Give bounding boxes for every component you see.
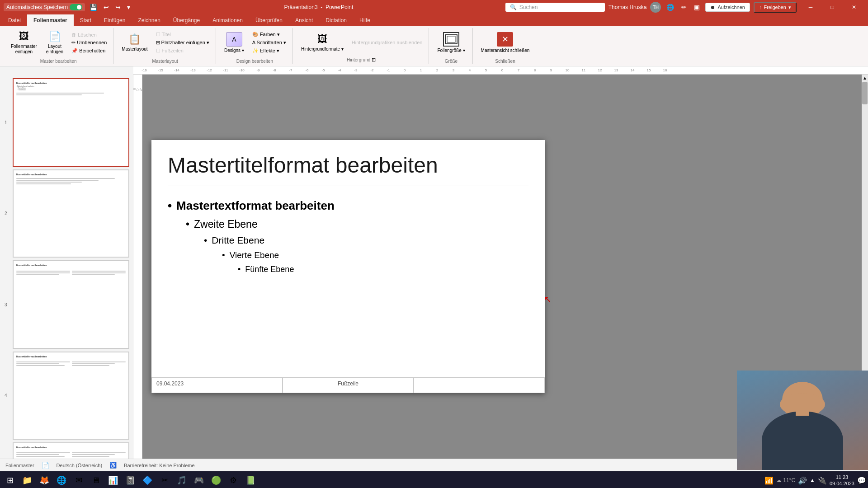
- umbenennen-button[interactable]: ✏ Umbenennen: [69, 39, 109, 47]
- titel-button[interactable]: ☐ Titel: [153, 31, 212, 38]
- taskbar-network-icon[interactable]: 📶: [764, 476, 774, 485]
- windows-start-button[interactable]: ⊞: [2, 472, 18, 488]
- bullet-2[interactable]: • Zweite Ebene: [186, 218, 528, 230]
- aufzeichnen-button[interactable]: ⏺ Aufzeichnen: [705, 3, 750, 12]
- footer-center[interactable]: Fußzeile: [283, 377, 414, 393]
- bullet-4[interactable]: • Vierte Ebene: [222, 250, 528, 260]
- tab-datei[interactable]: Datei: [2, 14, 27, 26]
- taskbar-app-settings[interactable]: ⚙: [225, 472, 241, 488]
- platzhalter-button[interactable]: ⊞ Platzhalter einfügen ▾: [153, 39, 212, 47]
- hintergrundformate-button[interactable]: 🖼 Hintergrundformate ▾: [297, 32, 347, 54]
- tab-einfuegen[interactable]: Einfügen: [98, 14, 132, 26]
- hintergrund-expand-icon[interactable]: ⊡: [372, 57, 376, 63]
- pen-icon[interactable]: ✏: [679, 3, 689, 12]
- minimize-button[interactable]: ─: [800, 0, 821, 14]
- bullet-text-1[interactable]: Mastertextformat bearbeiten: [176, 199, 335, 213]
- designs-icon: A: [226, 32, 242, 47]
- slide-thumb-1[interactable]: 1 Mastertitelformat bearbeiten • Mastert…: [13, 78, 129, 167]
- taskbar-app-scissors[interactable]: ✂: [156, 472, 173, 488]
- ribbon-content: 🖼 Folienmastereinfügen 📄 Layouteinfügen …: [0, 26, 868, 66]
- slide-title-area[interactable]: Mastertitelformat bearbeiten: [168, 154, 528, 186]
- taskbar-usb-icon[interactable]: 🔌: [818, 476, 827, 485]
- slide-panel: 1 Mastertitelformat bearbeiten • Mastert…: [0, 75, 133, 459]
- taskbar-notification-icon[interactable]: 💬: [857, 476, 866, 485]
- bullet-5[interactable]: • Fünfte Ebene: [238, 265, 528, 274]
- footer-date[interactable]: 09.04.2023: [151, 377, 283, 393]
- layout-einfuegen-button[interactable]: 📄 Layouteinfügen: [42, 29, 67, 56]
- taskbar-app-green[interactable]: 🟢: [208, 472, 224, 488]
- taskbar-app-outlook[interactable]: ✉: [71, 472, 87, 488]
- slide-content[interactable]: • Mastertextformat bearbeiten • Zweite E…: [168, 194, 528, 283]
- taskbar-app-audio[interactable]: 🎵: [174, 472, 190, 488]
- bullet-3[interactable]: • Dritte Ebene: [204, 235, 528, 246]
- taskbar-app-explorer[interactable]: 📁: [19, 472, 35, 488]
- slide-title[interactable]: Mastertitelformat bearbeiten: [168, 154, 528, 178]
- redo-icon[interactable]: ↪: [113, 3, 123, 12]
- tab-start[interactable]: Start: [74, 14, 98, 26]
- more-icon[interactable]: ▾: [125, 3, 132, 12]
- accessibility-label: Barrierefreiheit: Keine Probleme: [124, 463, 195, 468]
- slide-footer: 09.04.2023 Fußzeile: [151, 377, 545, 393]
- tab-animationen[interactable]: Animationen: [206, 14, 249, 26]
- globe-icon[interactable]: 🌐: [665, 3, 676, 12]
- tab-dictation[interactable]: Dictation: [319, 14, 353, 26]
- masterlayout-button[interactable]: 📋 Masterlayout: [118, 32, 151, 54]
- slide-thumb-2[interactable]: 2 Mastertitelformat bearbeiten: [13, 169, 129, 258]
- tab-zeichnen[interactable]: Zeichnen: [132, 14, 166, 26]
- footer-right[interactable]: [414, 377, 545, 393]
- foliengroesse-button[interactable]: Foliengröße ▾: [434, 30, 468, 55]
- close-button[interactable]: ✕: [844, 0, 864, 14]
- taskbar-app-chrome[interactable]: 🌐: [53, 472, 70, 488]
- slide-canvas[interactable]: Mastertitelformat bearbeiten • Mastertex…: [151, 140, 545, 393]
- save-icon[interactable]: 💾: [88, 3, 99, 12]
- folienmaster-einfuegen-button[interactable]: 🖼 Folienmastereinfügen: [7, 29, 41, 56]
- tab-uebergaenge[interactable]: Übergänge: [167, 14, 206, 26]
- beibehalten-button[interactable]: 📌 Beibehalten: [69, 47, 109, 55]
- thumb-lines-1: [16, 93, 126, 95]
- bullet-text-4[interactable]: Vierte Ebene: [230, 250, 279, 260]
- layout-icon: 📄: [49, 31, 61, 42]
- slide-thumb-3[interactable]: 3 Mastertitelformat bearbeiten: [13, 260, 129, 349]
- bullet-text-5[interactable]: Fünfte Ebene: [245, 265, 294, 274]
- schriftarten-button[interactable]: A Schriftarten ▾: [250, 39, 289, 47]
- taskbar-arrow-icon[interactable]: ▲: [810, 477, 815, 483]
- undo-icon[interactable]: ↩: [102, 3, 111, 12]
- autosave-pill[interactable]: [70, 4, 82, 10]
- tab-hilfe[interactable]: Hilfe: [353, 14, 377, 26]
- taskbar-app-onenote[interactable]: 📓: [122, 472, 138, 488]
- taskbar-app-powerpoint[interactable]: 📊: [105, 472, 121, 488]
- taskbar-volume-icon[interactable]: 🔊: [798, 476, 807, 485]
- tab-ansicht[interactable]: Ansicht: [289, 14, 319, 26]
- masteransicht-schliessen-button[interactable]: ✕ Masteransicht schließen: [477, 30, 533, 55]
- farben-button[interactable]: 🎨 Farben ▾: [250, 31, 289, 38]
- loeschen-button[interactable]: 🗑 Löschen: [69, 31, 109, 38]
- slide-thumb-5[interactable]: 5 Mastertitelformat bearbeiten: [13, 442, 129, 459]
- taskbar-app-firefox[interactable]: 🦊: [36, 472, 52, 488]
- fusszeilen-button[interactable]: ☐ Fußzeilen: [153, 47, 212, 55]
- slide-thumb-4[interactable]: 4 Mastertitelformat bearbeiten: [13, 352, 129, 440]
- bullet-text-3[interactable]: Dritte Ebene: [212, 235, 264, 246]
- slide-thumb-content-3: Mastertitelformat bearbeiten: [14, 262, 127, 347]
- right-btns-stack: 🗑 Löschen ✏ Umbenennen 📌 Beibehalten: [69, 31, 109, 55]
- scroll-thumb[interactable]: [862, 82, 868, 104]
- folienmaster-icon: 🖼: [19, 31, 29, 42]
- user-area: Thomas Hruska TH: [609, 2, 661, 13]
- present-icon[interactable]: ▣: [692, 3, 702, 12]
- search-box[interactable]: 🔍 Suchen: [505, 3, 605, 12]
- taskbar-app-blue1[interactable]: 🔷: [139, 472, 156, 488]
- tab-ueberprufen[interactable]: Überprüfen: [249, 14, 289, 26]
- tab-folienmaster[interactable]: Folienmaster: [27, 14, 74, 26]
- grafiken-button[interactable]: Hintergrundgrafiken ausblenden: [349, 39, 425, 46]
- titlebar-center: Präsentation3 - PowerPoint: [284, 4, 354, 10]
- taskbar-app-excel[interactable]: 📗: [242, 472, 259, 488]
- designs-button[interactable]: A Designs ▾: [221, 30, 248, 55]
- taskbar-app-game[interactable]: 🎮: [191, 472, 207, 488]
- freigeben-button[interactable]: ↑ Freigeben ▾: [754, 2, 797, 13]
- bullet-text-2[interactable]: Zweite Ebene: [194, 218, 258, 230]
- scroll-up-btn[interactable]: ▲: [862, 75, 868, 81]
- taskbar-app-rdp[interactable]: 🖥: [88, 472, 104, 488]
- bullet-1[interactable]: • Mastertextformat bearbeiten: [168, 199, 528, 213]
- effekte-button[interactable]: ✨ Effekte ▾: [250, 47, 289, 55]
- maximize-button[interactable]: □: [822, 0, 843, 14]
- autosave-toggle[interactable]: Automatisches Speichern: [4, 3, 85, 11]
